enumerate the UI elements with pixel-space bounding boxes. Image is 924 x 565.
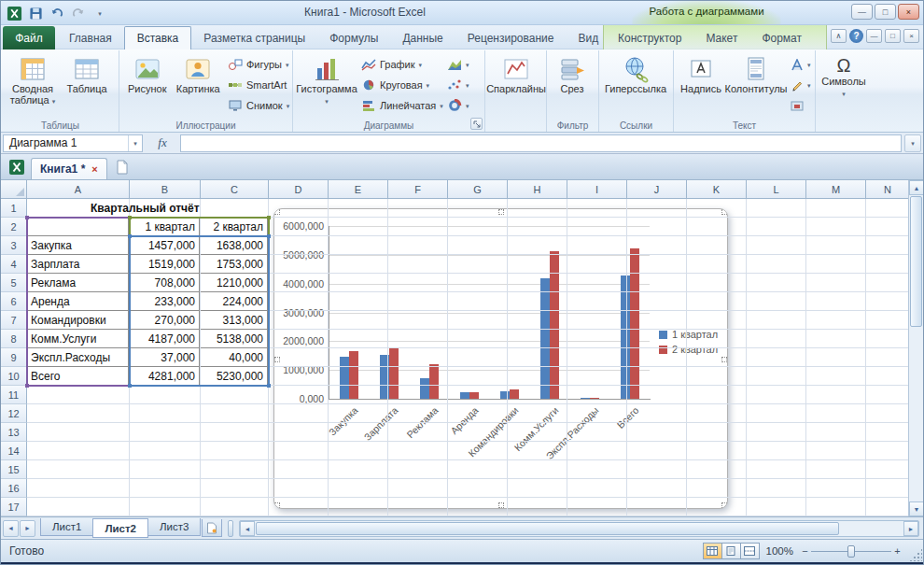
chart-bar[interactable] — [429, 364, 439, 399]
wordart-button[interactable]: ▾ — [787, 54, 811, 75]
row-header-14[interactable]: 14 — [1, 442, 27, 460]
chart-selection-handle[interactable] — [274, 502, 280, 508]
hyperlink-button[interactable]: Гиперссылка — [602, 52, 669, 94]
table-cell-value[interactable]: 708,000 — [130, 274, 200, 292]
insert-function-button[interactable]: fx — [148, 134, 176, 152]
view-normal-button[interactable] — [703, 543, 722, 559]
column-header-F[interactable]: F — [388, 180, 448, 199]
chart-bar[interactable] — [340, 357, 349, 399]
pivot-table-button[interactable]: Сводная таблица ▾ — [5, 52, 61, 106]
view-page-break-button[interactable] — [740, 543, 760, 559]
row-header-1[interactable]: 1 — [1, 199, 27, 218]
sheet-nav-left-icon[interactable]: ◄ — [3, 520, 19, 537]
save-button[interactable] — [26, 4, 45, 22]
table-cell-value[interactable]: 313,000 — [201, 311, 268, 330]
chart-legend[interactable]: 1 квартал2 квартал — [659, 329, 718, 355]
row-header-5[interactable]: 5 — [1, 274, 27, 292]
table-col-header[interactable]: 2 квартал — [201, 218, 268, 236]
table-cell-empty[interactable] — [27, 218, 129, 236]
context-tab-Конструктор[interactable]: Конструктор — [606, 26, 693, 49]
row-header-7[interactable]: 7 — [1, 311, 27, 330]
column-header-N[interactable]: N — [866, 180, 910, 199]
legend-entry[interactable]: 1 квартал — [659, 329, 718, 340]
column-header-C[interactable]: C — [201, 180, 269, 199]
table-button[interactable]: Таблица — [61, 52, 113, 94]
document-tab-close-icon[interactable]: × — [91, 163, 97, 175]
table-row-label[interactable]: Аренда — [27, 292, 129, 311]
ribbon-tab-Разметка страницы[interactable]: Разметка страницы — [191, 26, 317, 49]
tab-file[interactable]: Файл — [3, 26, 55, 49]
table-row-label[interactable]: Всего — [27, 367, 129, 386]
ribbon-tab-Главная[interactable]: Главная — [57, 26, 124, 49]
chart-bar[interactable] — [420, 378, 429, 399]
scatter-chart-button[interactable]: ▾ — [443, 75, 475, 95]
row-header-13[interactable]: 13 — [1, 423, 27, 442]
table-cell-value[interactable]: 233,000 — [130, 292, 200, 311]
row-header-12[interactable]: 12 — [1, 404, 27, 423]
table-row-label[interactable]: Экспл.Расходы — [27, 348, 129, 367]
zoom-thumb[interactable] — [847, 545, 855, 558]
chart-bar[interactable] — [630, 248, 639, 399]
row-header-2[interactable]: 2 — [1, 218, 27, 236]
row-header-17[interactable]: 17 — [1, 498, 27, 516]
excel-logo-icon[interactable] — [5, 4, 23, 22]
sheet-tab-Лист1[interactable]: Лист1 — [40, 518, 93, 536]
zoom-slider[interactable]: − + — [800, 544, 903, 558]
workbook-close-button[interactable]: × — [903, 29, 919, 43]
name-box-dropdown-icon[interactable]: ▾ — [128, 135, 142, 151]
symbols-button[interactable]: Ω Символы ▾ — [819, 52, 869, 98]
row-header-4[interactable]: 4 — [1, 255, 27, 274]
slicer-button[interactable]: Срез — [550, 52, 595, 94]
table-cell-value[interactable]: 1457,000 — [130, 236, 200, 255]
column-header-E[interactable]: E — [329, 180, 388, 199]
row-header-16[interactable]: 16 — [1, 479, 27, 498]
shapes-button[interactable]: Фигуры ▾ — [224, 54, 289, 75]
pie-chart-button[interactable]: Круговая ▾ — [357, 75, 443, 95]
row-header-3[interactable]: 3 — [1, 236, 27, 255]
row-header-8[interactable]: 8 — [1, 330, 27, 348]
header-footer-button[interactable]: Колонтитулы — [725, 52, 787, 94]
table-cell-value[interactable]: 5230,000 — [201, 367, 268, 386]
smartart-button[interactable]: SmartArt — [224, 75, 289, 95]
chart-bar[interactable] — [469, 392, 479, 399]
table-cell-value[interactable]: 40,000 — [201, 348, 268, 367]
row-header-11[interactable]: 11 — [1, 386, 27, 404]
chart-selection-handle[interactable] — [721, 502, 727, 508]
chart-selection-handle[interactable] — [274, 357, 280, 362]
ribbon-tab-Формулы[interactable]: Формулы — [317, 26, 390, 49]
vertical-scroll-thumb[interactable] — [910, 196, 922, 327]
resize-grip[interactable] — [909, 548, 922, 561]
bar-chart-button[interactable]: Линейчатая ▾ — [357, 95, 443, 116]
minimize-button[interactable]: — — [851, 4, 873, 20]
table-col-header[interactable]: 1 квартал — [130, 218, 200, 236]
ribbon-tab-Вид[interactable]: Вид — [566, 26, 610, 49]
column-header-H[interactable]: H — [508, 180, 567, 199]
context-tab-Формат[interactable]: Формат — [749, 26, 814, 49]
redo-button[interactable] — [69, 4, 88, 22]
scroll-right-icon[interactable]: ► — [903, 521, 918, 536]
chart-bar[interactable] — [500, 391, 510, 399]
new-document-tab-icon[interactable] — [113, 158, 132, 177]
tab-scroll-splitter[interactable] — [228, 520, 233, 537]
table-cell-value[interactable]: 5138,000 — [201, 330, 268, 348]
row-header-15[interactable]: 15 — [1, 460, 27, 479]
ribbon-tab-Рецензирование[interactable]: Рецензирование — [455, 26, 567, 49]
table-row-label[interactable]: Реклама — [27, 274, 129, 292]
scroll-down-icon[interactable]: ▼ — [909, 501, 924, 516]
column-header-G[interactable]: G — [448, 180, 508, 199]
table-row-label[interactable]: Комм.Услуги — [27, 330, 129, 348]
ribbon-collapse-icon[interactable]: ∧ — [831, 29, 847, 43]
other-charts-button[interactable]: ▾ — [443, 95, 475, 116]
chart-selection-handle[interactable] — [498, 209, 504, 215]
chart-bar[interactable] — [389, 348, 399, 399]
object-button[interactable] — [787, 95, 811, 116]
column-header-D[interactable]: D — [269, 180, 329, 199]
chart-selection-handle[interactable] — [498, 502, 504, 508]
chart-bar[interactable] — [590, 398, 599, 399]
context-tab-Макет[interactable]: Макет — [693, 26, 749, 49]
screenshot-button[interactable]: Снимок ▾ — [224, 95, 289, 116]
legend-entry[interactable]: 2 квартал — [659, 344, 718, 355]
scroll-left-icon[interactable]: ◄ — [240, 521, 255, 536]
table-cell-value[interactable]: 37,000 — [130, 348, 200, 367]
area-chart-button[interactable]: ▾ — [443, 54, 475, 75]
